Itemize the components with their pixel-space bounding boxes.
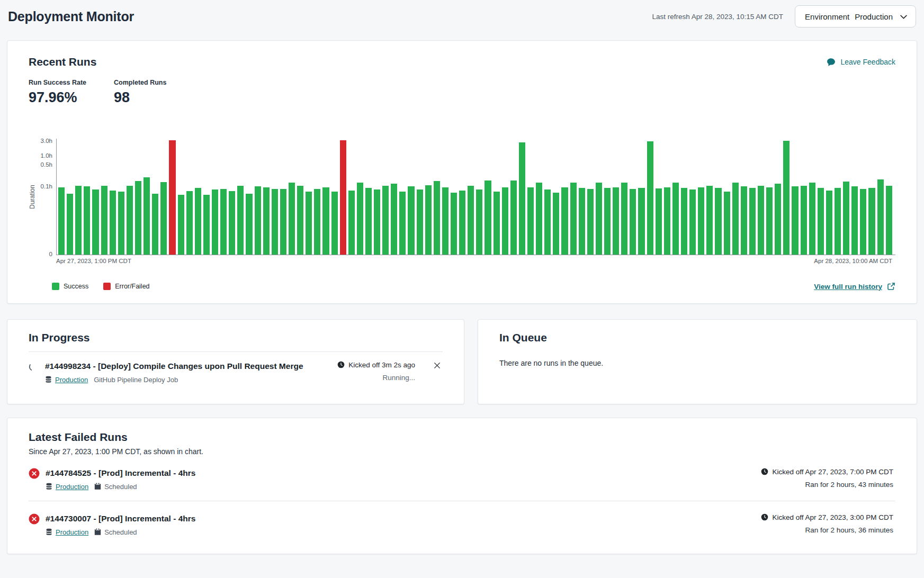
run-bar-success[interactable] <box>178 195 184 255</box>
run-bar-success[interactable] <box>468 186 474 255</box>
run-bar-success[interactable] <box>527 187 534 255</box>
run-bar-success[interactable] <box>818 188 824 255</box>
run-bar-success[interactable] <box>741 186 747 255</box>
run-bar-success[interactable] <box>621 183 627 255</box>
run-bar-success[interactable] <box>67 194 73 255</box>
leave-feedback-link[interactable]: Leave Feedback <box>827 58 895 67</box>
run-bar-success[interactable] <box>272 189 278 255</box>
run-bar-success[interactable] <box>212 189 218 255</box>
run-bar-success[interactable] <box>160 182 167 255</box>
view-full-run-history-link[interactable]: View full run history <box>814 282 895 291</box>
run-bar-success[interactable] <box>434 181 440 255</box>
run-bar-success[interactable] <box>886 186 892 255</box>
run-bar-success[interactable] <box>579 188 585 255</box>
environment-dropdown[interactable]: Environment Production <box>795 5 916 28</box>
run-bar-success[interactable] <box>195 188 201 255</box>
run-bar-success[interactable] <box>289 183 295 255</box>
run-bar-success[interactable] <box>75 186 82 255</box>
run-bar-success[interactable] <box>135 181 141 255</box>
run-bar-success[interactable] <box>766 187 773 255</box>
run-bar-success[interactable] <box>92 189 98 255</box>
run-bar-success[interactable] <box>186 191 193 255</box>
run-bar-success[interactable] <box>220 189 227 255</box>
run-bar-error[interactable] <box>169 140 175 255</box>
cancel-run-button[interactable] <box>432 360 443 371</box>
run-bar-success[interactable] <box>101 186 107 255</box>
run-bar-success[interactable] <box>143 177 150 255</box>
run-bar-success[interactable] <box>494 192 500 255</box>
run-bar-success[interactable] <box>408 186 414 255</box>
run-bar-success[interactable] <box>698 187 704 255</box>
run-bar-success[interactable] <box>868 188 875 255</box>
run-bar-error[interactable] <box>340 140 346 255</box>
run-bar-success[interactable] <box>536 183 542 255</box>
run-bar-success[interactable] <box>203 195 210 255</box>
run-bar-success[interactable] <box>647 141 653 255</box>
run-bar-success[interactable] <box>399 192 406 255</box>
run-bar-success[interactable] <box>664 187 670 255</box>
run-bar-success[interactable] <box>561 187 568 255</box>
run-bar-success[interactable] <box>758 186 764 255</box>
run-bar-success[interactable] <box>255 186 261 255</box>
run-bar-success[interactable] <box>587 189 594 255</box>
run-bar-success[interactable] <box>348 191 355 255</box>
run-bar-success[interactable] <box>510 180 517 255</box>
failed-run-environment-link[interactable]: Production <box>56 528 88 536</box>
run-bar-success[interactable] <box>451 193 457 255</box>
run-bar-success[interactable] <box>519 142 525 255</box>
run-bar-success[interactable] <box>152 194 158 255</box>
run-bar-success[interactable] <box>724 192 730 255</box>
run-bar-success[interactable] <box>570 183 577 255</box>
run-bar-success[interactable] <box>613 187 619 255</box>
in-progress-environment-link[interactable]: Production <box>55 376 88 384</box>
run-bar-success[interactable] <box>553 193 559 255</box>
run-bar-success[interactable] <box>732 183 739 255</box>
run-bar-success[interactable] <box>485 180 491 255</box>
run-bar-success[interactable] <box>843 182 849 255</box>
run-bar-success[interactable] <box>689 189 696 255</box>
run-bar-success[interactable] <box>297 186 303 255</box>
run-bar-success[interactable] <box>229 191 235 255</box>
run-bar-success[interactable] <box>322 187 329 255</box>
run-bar-success[interactable] <box>681 188 687 255</box>
run-bar-success[interactable] <box>826 191 832 255</box>
run-bar-success[interactable] <box>263 187 270 255</box>
run-bar-success[interactable] <box>877 179 884 255</box>
run-bar-success[interactable] <box>638 188 644 255</box>
run-bar-success[interactable] <box>280 189 286 255</box>
run-bar-success[interactable] <box>851 186 858 255</box>
run-bar-success[interactable] <box>775 184 781 255</box>
run-bar-success[interactable] <box>596 183 602 255</box>
run-bar-success[interactable] <box>417 189 423 255</box>
run-bar-success[interactable] <box>749 188 756 255</box>
run-bar-success[interactable] <box>110 191 116 255</box>
run-bar-success[interactable] <box>860 189 866 255</box>
run-bar-success[interactable] <box>237 186 244 255</box>
run-bar-success[interactable] <box>544 189 551 255</box>
run-bar-success[interactable] <box>783 141 790 255</box>
failed-run-environment-link[interactable]: Production <box>56 483 88 491</box>
run-bar-success[interactable] <box>835 188 841 255</box>
run-bar-success[interactable] <box>476 189 482 255</box>
run-bar-success[interactable] <box>246 194 252 255</box>
run-bar-success[interactable] <box>331 192 338 255</box>
run-bar-success[interactable] <box>656 188 662 255</box>
run-bar-success[interactable] <box>442 187 448 255</box>
run-bar-success[interactable] <box>672 183 679 255</box>
run-bar-success[interactable] <box>357 183 363 255</box>
run-bar-success[interactable] <box>801 186 807 255</box>
run-bar-success[interactable] <box>715 188 721 255</box>
run-bar-success[interactable] <box>118 192 124 255</box>
run-bar-success[interactable] <box>84 186 90 255</box>
run-bar-success[interactable] <box>630 189 636 255</box>
run-bar-success[interactable] <box>604 188 611 255</box>
run-bar-success[interactable] <box>792 186 798 255</box>
run-bar-success[interactable] <box>502 187 508 255</box>
run-bar-success[interactable] <box>58 187 65 255</box>
run-bar-success[interactable] <box>374 189 380 255</box>
run-bar-success[interactable] <box>809 183 815 255</box>
run-bar-success[interactable] <box>365 188 372 255</box>
run-bar-success[interactable] <box>127 186 133 255</box>
run-bar-success[interactable] <box>459 191 465 255</box>
run-bar-success[interactable] <box>391 184 397 255</box>
